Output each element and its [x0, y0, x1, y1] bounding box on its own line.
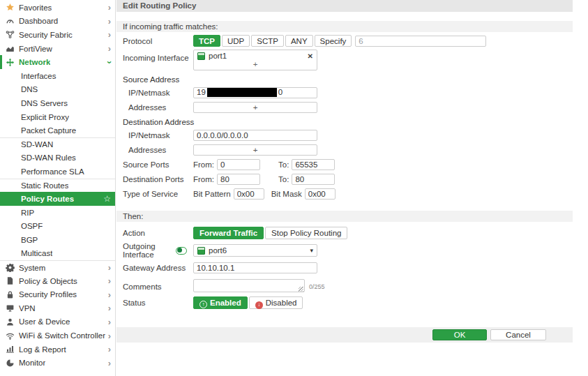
type-of-service-label: Type of Service: [123, 190, 193, 198]
from-label: From:: [193, 160, 214, 169]
sidebar-item-user-device[interactable]: User & Device ›: [0, 315, 115, 329]
sidebar-item-system[interactable]: System ›: [0, 260, 115, 274]
gauge-icon: [5, 17, 15, 26]
chevron-right-icon: ›: [108, 331, 111, 340]
sidebar-item-label: Network: [19, 58, 50, 66]
remove-icon[interactable]: ✕: [308, 52, 313, 60]
sidebar: Favorites › Dashboard › Security Fabric …: [0, 0, 116, 376]
sidebar-item-favorites[interactable]: Favorites ›: [0, 1, 115, 15]
port-icon: [197, 247, 205, 255]
chevron-right-icon: ›: [108, 276, 111, 285]
protocol-number-input[interactable]: [355, 36, 486, 47]
chevron-right-icon: ›: [108, 17, 111, 26]
source-port-from-input[interactable]: [217, 159, 260, 170]
sidebar-item-interfaces[interactable]: Interfaces: [0, 69, 115, 83]
gateway-address-row: Gateway Address: [123, 262, 573, 273]
sidebar-item-label: FortiView: [19, 45, 52, 53]
destination-ports-label: Destination Ports: [123, 175, 193, 183]
to-label: To:: [278, 160, 289, 169]
caret-down-icon: ▾: [310, 247, 313, 254]
destination-addresses-label: Addresses: [123, 146, 193, 154]
destination-address-heading: Destination Address: [123, 118, 573, 126]
chevron-right-icon: ›: [108, 263, 111, 272]
sidebar-item-static-routes[interactable]: Static Routes: [0, 179, 115, 193]
source-ports-row: Source Ports From: To:: [123, 158, 573, 170]
add-interface-button[interactable]: +: [194, 61, 317, 70]
sidebar-item-packet-capture[interactable]: Packet Capture: [0, 123, 115, 137]
destination-port-from-input[interactable]: [217, 174, 260, 185]
star-outline-icon[interactable]: ☆: [103, 194, 111, 204]
sidebar-item-sd-wan[interactable]: SD-WAN: [0, 137, 115, 151]
add-source-address-button[interactable]: +: [193, 102, 317, 113]
source-ports-label: Source Ports: [123, 160, 193, 169]
sidebar-item-dashboard[interactable]: Dashboard ›: [0, 15, 115, 29]
sidebar-item-explicit-proxy[interactable]: Explicit Proxy: [0, 110, 115, 124]
sidebar-item-dns-servers[interactable]: DNS Servers: [0, 96, 115, 110]
protocol-option-udp[interactable]: UDP: [222, 35, 250, 47]
comments-counter: 0/255: [309, 283, 325, 290]
source-ip-label: IP/Netmask: [123, 89, 193, 97]
outgoing-interface-row: Outgoing Interface port6 ▾: [123, 242, 573, 259]
chevron-right-icon: ›: [108, 290, 111, 299]
outgoing-interface-toggle[interactable]: [176, 247, 187, 255]
sidebar-item-vpn[interactable]: VPN ›: [0, 301, 115, 315]
to-label: To:: [278, 175, 289, 183]
bit-pattern-input[interactable]: [234, 188, 264, 200]
sidebar-item-monitor[interactable]: Monitor ›: [0, 356, 115, 370]
sidebar-item-bgp[interactable]: BGP: [0, 233, 115, 247]
chevron-right-icon: ›: [108, 3, 111, 12]
user-icon: [5, 317, 15, 326]
destination-ip-row: IP/Netmask: [123, 129, 573, 141]
footer-bar: OK Cancel: [116, 327, 573, 343]
protocol-option-any[interactable]: ANY: [285, 35, 313, 47]
chevron-right-icon: ›: [108, 345, 111, 354]
chevron-right-icon: ›: [108, 30, 111, 39]
section-if-incoming: If incoming traffic matches:: [116, 21, 573, 32]
protocol-option-specify[interactable]: Specify: [315, 35, 352, 47]
source-port-to-input[interactable]: [292, 159, 335, 170]
status-enabled-button[interactable]: ↑Enabled: [193, 296, 248, 309]
protocol-option-sctp[interactable]: SCTP: [251, 35, 284, 47]
sidebar-item-performance-sla[interactable]: Performance SLA: [0, 165, 115, 179]
source-addresses-label: Addresses: [123, 103, 193, 112]
add-destination-address-button[interactable]: +: [193, 144, 317, 156]
destination-port-to-input[interactable]: [292, 174, 335, 185]
chevron-right-icon: ›: [108, 303, 111, 313]
ok-button[interactable]: OK: [432, 329, 487, 340]
sidebar-item-ospf[interactable]: OSPF: [0, 220, 115, 234]
sidebar-item-security-fabric[interactable]: Security Fabric ›: [0, 28, 115, 42]
source-ip-input[interactable]: 190: [193, 87, 317, 98]
sidebar-item-sd-wan-rules[interactable]: SD-WAN Rules: [0, 151, 115, 165]
outgoing-interface-dropdown[interactable]: port6 ▾: [193, 244, 317, 257]
gear-icon: [5, 263, 15, 272]
sidebar-item-policy-routes[interactable]: Policy Routes ☆: [0, 192, 115, 206]
action-forward-traffic-button[interactable]: Forward Traffic: [193, 227, 264, 239]
interface-entry: port1 ✕: [194, 50, 317, 61]
destination-ip-input[interactable]: [193, 130, 317, 141]
protocol-option-tcp[interactable]: TCP: [193, 35, 220, 47]
sidebar-item-log-report[interactable]: Log & Report ›: [0, 343, 115, 356]
sidebar-item-fortiview[interactable]: FortiView ›: [0, 42, 115, 56]
cancel-button[interactable]: Cancel: [490, 329, 546, 340]
from-label: From:: [193, 175, 214, 183]
star-icon: [5, 3, 15, 12]
chevron-right-icon: ›: [108, 359, 111, 368]
bar-chart-icon: [5, 345, 15, 354]
comments-textarea[interactable]: [193, 279, 305, 292]
sidebar-item-dns[interactable]: DNS: [0, 83, 115, 97]
bit-mask-input[interactable]: [305, 188, 336, 200]
sidebar-item-network[interactable]: Network ›: [0, 55, 115, 69]
sidebar-item-policy-objects[interactable]: Policy & Objects ›: [0, 274, 115, 288]
sidebar-item-security-profiles[interactable]: Security Profiles ›: [0, 287, 115, 301]
status-disabled-button[interactable]: ↓Disabled: [249, 296, 303, 309]
destination-ip-label: IP/Netmask: [123, 131, 193, 140]
bit-mask-label: Bit Mask: [271, 190, 302, 198]
gateway-address-input[interactable]: [193, 262, 317, 273]
sidebar-item-multicast[interactable]: Multicast: [0, 247, 115, 261]
action-stop-policy-routing-button[interactable]: Stop Policy Routing: [265, 227, 347, 239]
arrow-up-circle-icon: ↑: [199, 301, 207, 308]
fabric-icon: [5, 30, 15, 39]
sidebar-item-rip[interactable]: RIP: [0, 206, 115, 220]
sidebar-item-wifi-switch[interactable]: WiFi & Switch Controller ›: [0, 329, 115, 343]
sidebar-item-label: Security Fabric: [19, 31, 73, 39]
